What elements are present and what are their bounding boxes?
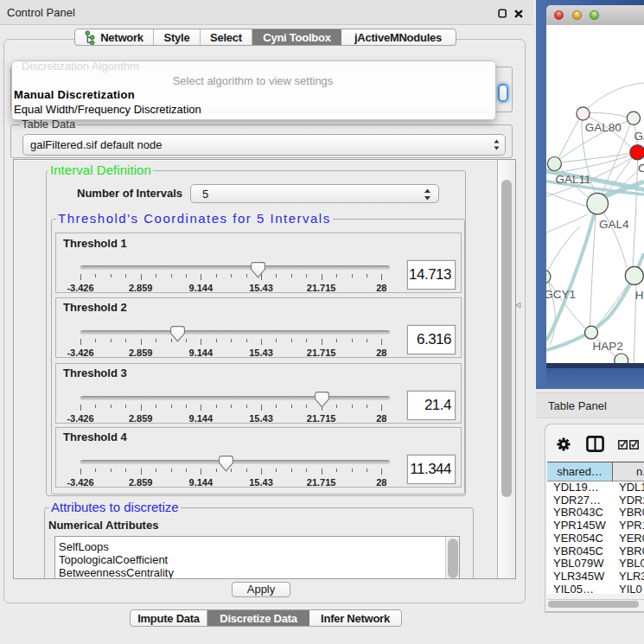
- svg-text:H: H: [635, 289, 644, 302]
- svg-text:GAL4: GAL4: [599, 218, 629, 231]
- svg-text:GAL80: GAL80: [585, 121, 622, 134]
- svg-text:GCY1: GCY1: [546, 288, 576, 301]
- svg-text:GAL11: GAL11: [556, 173, 591, 186]
- svg-text:C: C: [638, 162, 644, 175]
- svg-text:GA: GA: [634, 130, 644, 143]
- svg-text:HAP2: HAP2: [593, 340, 623, 353]
